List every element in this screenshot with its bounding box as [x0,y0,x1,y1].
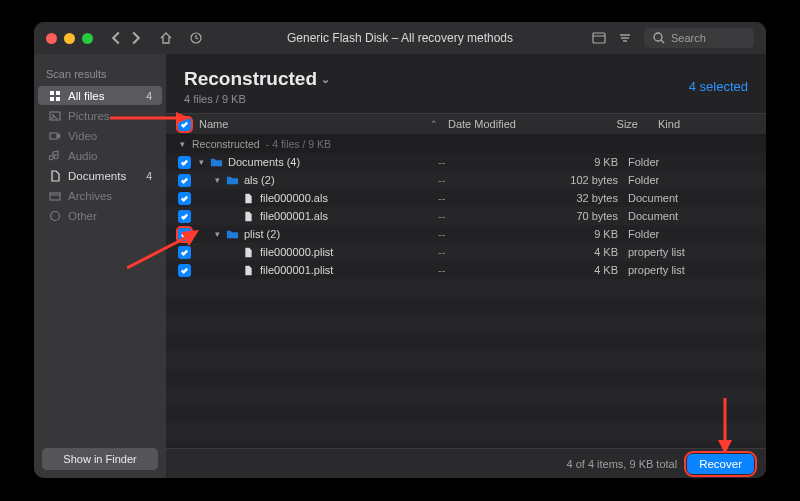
row-checkbox[interactable] [178,210,191,223]
sidebar-item-video[interactable]: Video [38,126,162,145]
folder-icon [226,228,239,241]
sidebar-item-label: All files [68,90,104,102]
row-kind: Folder [618,156,754,168]
close-window[interactable] [46,33,57,44]
row-checkbox[interactable] [178,264,191,277]
row-name: plist (2) [244,228,280,240]
sidebar-item-label: Documents [68,170,126,182]
footer-bar: 4 of 4 items, 9 KB total Recover [166,448,766,478]
status-text: 4 of 4 items, 9 KB total [567,458,678,470]
empty-row [166,369,766,387]
show-in-finder-button[interactable]: Show in Finder [42,448,158,470]
chevron-down-icon: ⌄ [321,73,330,86]
row-size: 102 bytes [538,174,618,186]
row-checkbox[interactable] [178,246,191,259]
table-row[interactable]: ▾als (2)--102 bytesFolder [166,171,766,189]
row-checkbox[interactable] [178,156,191,169]
nav-back-icon[interactable] [109,31,123,45]
zoom-window[interactable] [82,33,93,44]
home-icon[interactable] [159,31,173,45]
row-date: -- [438,264,538,276]
sidebar-item-pictures[interactable]: Pictures [38,106,162,125]
disclosure-icon: ▾ [178,139,186,149]
doc-icon [48,169,61,182]
search-icon [652,31,666,45]
folder-icon [210,156,223,169]
sidebar-item-label: Pictures [68,110,110,122]
svg-rect-8 [50,91,54,95]
video-icon [48,129,61,142]
empty-row [166,441,766,448]
row-name: file000000.plist [260,246,333,258]
table-row[interactable]: file000001.plist--4 KBproperty list [166,261,766,279]
sidebar-item-count: 4 [146,170,152,182]
window-controls [46,33,93,44]
row-date: -- [438,228,538,240]
other-icon [48,209,61,222]
sidebar-item-other[interactable]: Other [38,206,162,225]
svg-rect-10 [50,97,54,101]
search-field[interactable]: Search [644,28,754,48]
file-icon [242,192,255,205]
row-checkbox[interactable] [178,192,191,205]
row-date: -- [438,210,538,222]
picture-icon [48,109,61,122]
selection-count: 4 selected [689,79,748,94]
row-date: -- [438,246,538,258]
empty-row [166,315,766,333]
disclosure-icon[interactable]: ▾ [213,175,221,185]
file-icon [242,246,255,259]
sidebar-item-all-files[interactable]: All files4 [38,86,162,105]
file-icon [242,210,255,223]
sidebar: Scan results All files4PicturesVideoAudi… [34,54,166,478]
row-name: file000001.als [260,210,328,222]
recover-button[interactable]: Recover [687,454,754,474]
table-row[interactable]: ▾plist (2)--9 KBFolder [166,225,766,243]
svg-point-6 [654,33,662,41]
empty-row [166,405,766,423]
row-date: -- [438,174,538,186]
view-mode-icon[interactable] [592,31,606,45]
sidebar-item-documents[interactable]: Documents4 [38,166,162,185]
svg-rect-1 [593,33,605,43]
page-subtitle: 4 files / 9 KB [184,93,330,105]
minimize-window[interactable] [64,33,75,44]
history-icon[interactable] [189,31,203,45]
col-date[interactable]: Date Modified [448,118,548,130]
table-row[interactable]: ▾Documents (4)--9 KBFolder [166,153,766,171]
disclosure-icon[interactable]: ▾ [213,229,221,239]
table-row[interactable]: file000001.als--70 bytesDocument [166,207,766,225]
table-row[interactable]: file000000.als--32 bytesDocument [166,189,766,207]
svg-rect-14 [50,133,57,139]
table-row[interactable]: file000000.plist--4 KBproperty list [166,243,766,261]
file-icon [242,264,255,277]
nav-forward-icon[interactable] [129,31,143,45]
disclosure-icon[interactable]: ▾ [197,157,205,167]
row-name: file000000.als [260,192,328,204]
row-size: 70 bytes [538,210,618,222]
row-checkbox[interactable] [178,228,191,241]
sidebar-item-audio[interactable]: Audio [38,146,162,165]
row-name: Documents (4) [228,156,300,168]
col-size[interactable]: Size [558,118,638,130]
sidebar-heading: Scan results [34,54,166,86]
row-size: 9 KB [538,156,618,168]
row-checkbox[interactable] [178,174,191,187]
sidebar-item-label: Archives [68,190,112,202]
empty-row [166,423,766,441]
row-kind: property list [618,264,754,276]
row-name: als (2) [244,174,275,186]
filter-icon[interactable] [618,31,632,45]
col-name[interactable]: Name [199,118,228,130]
select-all-checkbox[interactable] [178,118,191,131]
sidebar-item-label: Video [68,130,97,142]
group-header[interactable]: ▾ Reconstructed - 4 files / 9 KB [166,135,766,153]
row-kind: Folder [618,174,754,186]
col-kind[interactable]: Kind [648,118,754,130]
empty-row [166,387,766,405]
svg-rect-16 [50,193,60,200]
app-window: Generic Flash Disk – All recovery method… [34,22,766,478]
page-title[interactable]: Reconstructed ⌄ [184,68,330,90]
sidebar-item-archives[interactable]: Archives [38,186,162,205]
search-placeholder: Search [671,32,706,44]
